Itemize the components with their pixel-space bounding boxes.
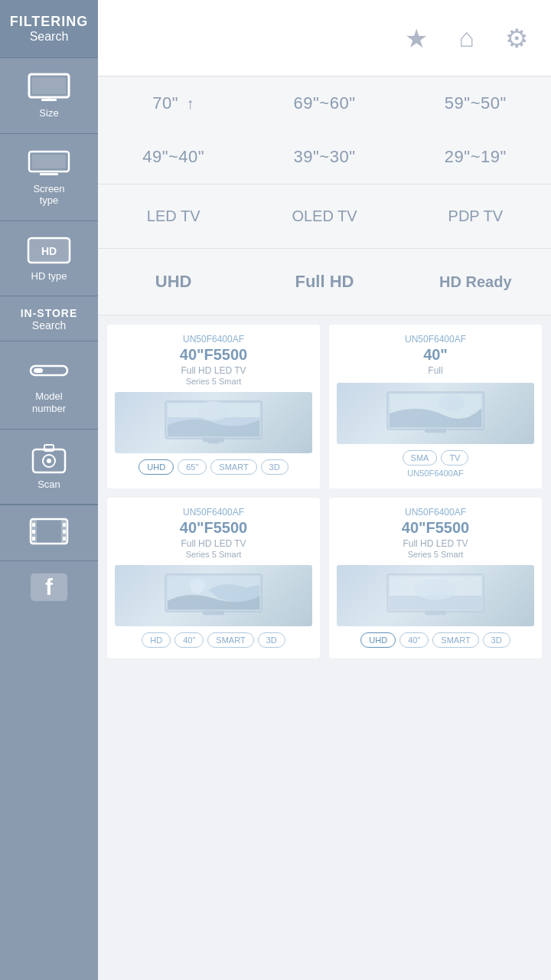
scan-label: Scan — [37, 479, 60, 491]
size-cell-39-30[interactable]: 39"~30" — [249, 130, 399, 184]
product-desc-2: Full — [428, 365, 442, 376]
svg-point-44 — [414, 579, 457, 600]
sidebar-item-size[interactable]: Size — [0, 58, 98, 134]
tag-3d-3[interactable]: 3D — [258, 632, 285, 648]
size-70-label: 70" ↑ — [152, 93, 194, 113]
tag-65-1[interactable]: 65" — [178, 459, 207, 475]
svg-point-35 — [439, 395, 465, 411]
svg-rect-6 — [40, 173, 58, 175]
tag-40-3[interactable]: 40" — [174, 632, 204, 648]
hd-ready-label: HD Ready — [439, 273, 511, 291]
svg-rect-3 — [32, 77, 66, 94]
full-hd-label: Full HD — [295, 272, 354, 292]
product-area: UN50F6400AF 40"F5500 Full HD LED TV Seri… — [98, 315, 551, 980]
screen-type-filter-section: LED TV OLED TV PDP TV — [98, 185, 551, 249]
svg-rect-20 — [32, 537, 35, 541]
size-icon — [26, 72, 72, 103]
product-image-2 — [337, 383, 534, 444]
product-model-2: 40" — [423, 346, 448, 364]
product-card-3[interactable]: UN50F6400AF 40"F5500 Full HD LED TV Seri… — [107, 498, 320, 658]
tag-smart-1[interactable]: SMART — [210, 459, 256, 475]
size-cell-70[interactable]: 70" ↑ — [98, 77, 249, 130]
pdp-tv-label: PDP TV — [448, 207, 504, 225]
product-model-3: 40"F5500 — [180, 519, 247, 537]
screen-oled-cell[interactable]: OLED TV — [249, 185, 399, 248]
product-image-1 — [115, 392, 312, 453]
tag-hd-3[interactable]: HD — [142, 632, 171, 648]
product-tags-3: HD 40" SMART 3D — [142, 632, 285, 648]
svg-rect-29 — [208, 442, 219, 444]
sidebar-item-scan[interactable]: Scan — [0, 430, 98, 505]
settings-icon[interactable]: ⚙ — [505, 23, 528, 54]
size-cell-29-19[interactable]: 29"~19" — [400, 130, 551, 184]
product-id-1: UN50F6400AF — [183, 334, 244, 345]
hd-ready-cell[interactable]: HD Ready — [400, 249, 551, 315]
product-series-1: Series 5 Smart — [186, 377, 242, 386]
size-cell-49-40[interactable]: 49"~40" — [98, 130, 249, 184]
product-tags-1: UHD 65" SMART 3D — [139, 459, 288, 475]
film-icon — [29, 516, 69, 550]
led-tv-label: LED TV — [147, 207, 201, 225]
svg-text:f: f — [45, 574, 54, 599]
tag-sma-2[interactable]: SMA — [403, 450, 438, 466]
product-id-2: UN50F6400AF — [405, 334, 466, 345]
product-desc-3: Full HD LED TV — [181, 538, 246, 549]
product-card-1[interactable]: UN50F6400AF 40"F5500 Full HD LED TV Seri… — [107, 325, 320, 488]
product-desc-4: Full HD LED TV — [403, 538, 468, 549]
screen-pdp-cell[interactable]: PDP TV — [400, 185, 551, 248]
svg-point-39 — [190, 579, 205, 594]
size-filter-section: 70" ↑ 69"~60" 59"~50" 49"~40" 39"~30" 29… — [98, 77, 551, 185]
size-label: Size — [39, 107, 58, 119]
svg-rect-38 — [203, 611, 224, 616]
size-49-40-label: 49"~40" — [142, 147, 204, 167]
product-model-1: 40"F5500 — [180, 346, 247, 364]
tag-tv-2[interactable]: TV — [441, 450, 468, 466]
size-69-60-label: 69"~60" — [294, 93, 356, 113]
screen-led-cell[interactable]: LED TV — [98, 185, 249, 248]
search-label: Search — [8, 30, 90, 44]
hd-fullhd-cell[interactable]: Full HD — [249, 249, 399, 315]
sidebar-item-model-number[interactable]: Modelnumber — [0, 341, 98, 429]
tag-uhd-4[interactable]: UHD — [360, 632, 396, 648]
tag-3d-1[interactable]: 3D — [261, 459, 289, 475]
svg-point-13 — [47, 459, 51, 463]
sidebar-item-hd-type[interactable]: HD HD type — [0, 221, 98, 297]
tag-smart-4[interactable]: SMART — [432, 632, 478, 648]
svg-rect-34 — [425, 429, 446, 433]
product-tags-4: UHD 40" SMART 3D — [360, 632, 510, 648]
hd-uhd-cell[interactable]: UHD — [98, 249, 249, 315]
svg-rect-22 — [63, 530, 66, 534]
tag-uhd-1[interactable]: UHD — [139, 459, 174, 475]
sidebar-item-screen-type[interactable]: Screentype — [0, 134, 98, 221]
product-series-3: Series 5 Smart — [186, 550, 242, 559]
product-sub-id-2: UN50F6400AF — [407, 469, 463, 478]
facebook-icon: f — [29, 572, 69, 606]
screen-type-icon — [26, 148, 72, 178]
sidebar-item-film[interactable] — [0, 505, 98, 560]
sidebar-instore: IN-STORE Search — [0, 296, 98, 341]
size-cell-59-50[interactable]: 59"~50" — [400, 77, 551, 130]
size-grid: 70" ↑ 69"~60" 59"~50" 49"~40" 39"~30" 29… — [98, 77, 551, 184]
main-content: ★ ⌂ ⚙ 70" ↑ 69"~60" 59"~50" 49"~40" 39"~… — [98, 0, 551, 980]
product-card-2[interactable]: UN50F6400AF 40" Full SMA TV — [329, 325, 542, 488]
tag-40-4[interactable]: 40" — [399, 632, 429, 648]
tag-smart-3[interactable]: SMART — [207, 632, 253, 648]
svg-rect-18 — [32, 523, 35, 527]
instore-label1: IN-STORE — [6, 307, 92, 319]
model-number-icon — [26, 355, 72, 386]
home-icon[interactable]: ⌂ — [458, 23, 474, 53]
size-cell-69-60[interactable]: 69"~60" — [249, 77, 399, 130]
product-model-4: 40"F5500 — [402, 519, 469, 537]
model-number-label: Modelnumber — [32, 390, 66, 414]
product-grid: UN50F6400AF 40"F5500 Full HD LED TV Seri… — [107, 325, 542, 658]
product-card-4[interactable]: UN50F6400AF 40"F5500 Full HD LED TV Seri… — [329, 498, 542, 658]
favorite-icon[interactable]: ★ — [405, 23, 428, 54]
uhd-label: UHD — [155, 272, 192, 292]
svg-rect-5 — [32, 155, 66, 168]
svg-point-31 — [197, 401, 230, 420]
svg-text:HD: HD — [41, 245, 57, 257]
svg-rect-21 — [63, 523, 66, 527]
product-image-4 — [337, 565, 534, 626]
tag-3d-4[interactable]: 3D — [483, 632, 510, 648]
sidebar-item-facebook[interactable]: f — [0, 560, 98, 616]
